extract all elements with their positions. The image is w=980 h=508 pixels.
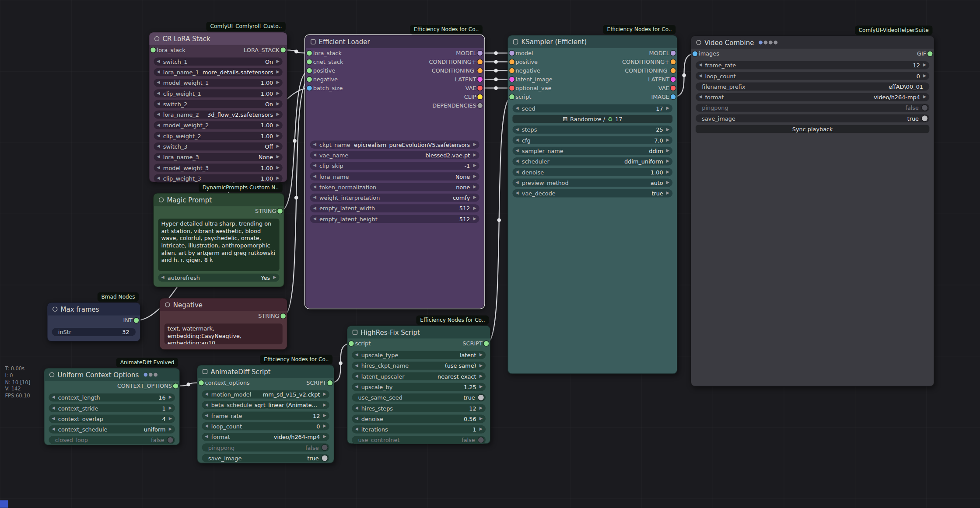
widget-save_image[interactable]: save_imagetrue — [202, 454, 329, 463]
node-ksampler-efficient[interactable]: Efficiency Nodes for Co..KSampler (Effic… — [508, 35, 678, 374]
stepper-next-icon[interactable] — [666, 181, 669, 184]
stepper-prev-icon[interactable] — [355, 427, 358, 431]
stepper-prev-icon[interactable] — [52, 427, 55, 431]
stepper-next-icon[interactable] — [169, 396, 172, 400]
stepper-next-icon[interactable] — [276, 91, 279, 95]
widget-vae_decode[interactable]: vae_decodetrue — [512, 189, 672, 198]
stepper-next-icon[interactable] — [666, 149, 669, 153]
stepper-prev-icon[interactable] — [313, 206, 316, 210]
node-max-frames[interactable]: Bmad NodesMax framesINTinStr32 — [47, 302, 140, 341]
stepper-prev-icon[interactable] — [157, 91, 160, 95]
stepper-prev-icon[interactable] — [205, 424, 208, 428]
stepper-next-icon[interactable] — [276, 166, 279, 170]
stepper-next-icon[interactable] — [473, 195, 476, 199]
stepper-next-icon[interactable] — [276, 123, 279, 127]
widget-empty_latent_width[interactable]: empty_latent_width512 — [310, 204, 480, 212]
stepper-next-icon[interactable] — [276, 155, 279, 159]
widget-lora_name_2[interactable]: lora_name_23d_flow_v2.safetensors — [154, 111, 282, 119]
toggle-knob[interactable] — [478, 437, 484, 443]
stepper-next-icon[interactable] — [323, 392, 326, 396]
output-slot-dot[interactable] — [280, 313, 285, 318]
node-header[interactable]: Efficient Loader — [306, 35, 484, 48]
widget-frame_rate[interactable]: frame_rate12 — [696, 61, 929, 70]
stepper-prev-icon[interactable] — [699, 74, 702, 78]
output-slot-dot[interactable] — [928, 51, 932, 56]
toggle-knob[interactable] — [322, 445, 328, 450]
output-slot-dot[interactable] — [671, 86, 676, 90]
toggle-knob[interactable] — [922, 105, 928, 111]
output-slot-dot[interactable] — [477, 51, 482, 56]
stepper-prev-icon[interactable] — [516, 149, 519, 153]
stepper-prev-icon[interactable] — [355, 385, 358, 389]
stepper-prev-icon[interactable] — [516, 106, 519, 110]
stepper-prev-icon[interactable] — [313, 217, 316, 221]
widget-format[interactable]: formatvideo/h264-mp4 — [202, 433, 329, 441]
widget-loop_count[interactable]: loop_count0 — [202, 422, 329, 431]
stepper-prev-icon[interactable] — [157, 123, 160, 127]
stepper-next-icon[interactable] — [169, 427, 172, 431]
widget-iterations[interactable]: iterations1 — [352, 425, 486, 434]
node-collapse-icon[interactable] — [165, 302, 170, 307]
stepper-next-icon[interactable] — [276, 112, 279, 116]
stepper-prev-icon[interactable] — [157, 134, 160, 138]
node-magic-prompt[interactable]: DynamicPrompts Custom N..Magic PromptSTR… — [153, 193, 284, 287]
widget-inStr[interactable]: inStr32 — [52, 328, 136, 336]
node-header[interactable]: Uniform Context Options — [44, 369, 179, 381]
node-header[interactable]: CR LoRA Stack — [149, 32, 287, 45]
widget-model_weight_1[interactable]: model_weight_11.00 — [154, 79, 282, 87]
widget-frame_rate[interactable]: frame_rate12 — [202, 411, 329, 420]
stepper-prev-icon[interactable] — [205, 392, 208, 396]
stepper-next-icon[interactable] — [480, 385, 483, 389]
widget-upscale_type[interactable]: upscale_typelatent — [352, 351, 486, 359]
stepper-next-icon[interactable] — [473, 185, 476, 189]
node-cr-lora-stack[interactable]: ComfyUI_Comfyroll_Custo..CR LoRA Stacklo… — [149, 32, 287, 182]
node-animatediff-script[interactable]: Efficiency Nodes for Co..AnimateDiff Scr… — [197, 365, 334, 463]
toggle-knob[interactable] — [168, 437, 173, 443]
node-collapse-icon[interactable] — [159, 197, 164, 202]
input-slot-dot[interactable] — [509, 51, 514, 56]
input-slot-dot[interactable] — [509, 68, 514, 73]
stepper-next-icon[interactable] — [473, 153, 476, 157]
node-highresfix-script[interactable]: Efficiency Nodes for Co..HighRes-Fix Scr… — [347, 325, 491, 444]
node-negative[interactable]: NegativeSTRINGtext, watermark, embedding… — [159, 298, 287, 350]
node-collapse-icon[interactable] — [154, 36, 159, 41]
widget-denoise[interactable]: denoise0.56 — [352, 415, 486, 423]
widget-context_schedule[interactable]: context_scheduleuniform — [49, 425, 175, 434]
stepper-prev-icon[interactable] — [516, 138, 519, 142]
stepper-prev-icon[interactable] — [516, 170, 519, 174]
widget-clip_weight_1[interactable]: clip_weight_11.00 — [154, 89, 282, 97]
input-slot-dot[interactable] — [307, 86, 312, 90]
widget-clip_skip[interactable]: clip_skip-1 — [310, 162, 480, 170]
stepper-next-icon[interactable] — [473, 143, 476, 146]
stepper-next-icon[interactable] — [666, 128, 669, 132]
stepper-next-icon[interactable] — [323, 414, 326, 418]
stepper-prev-icon[interactable] — [313, 185, 316, 189]
node-collapse-icon[interactable] — [49, 372, 54, 377]
widget-hires_steps[interactable]: hires_steps12 — [352, 404, 486, 412]
stepper-prev-icon[interactable] — [157, 166, 160, 170]
node-graph-canvas[interactable]: ComfyUI_Comfyroll_Custo..CR LoRA Stacklo… — [0, 0, 980, 508]
output-slot-dot[interactable] — [671, 59, 676, 64]
widget-hires_ckpt_name[interactable]: hires_ckpt_name(use same) — [352, 362, 486, 370]
stepper-prev-icon[interactable] — [157, 155, 160, 159]
widget-switch_2[interactable]: switch_2On — [154, 100, 282, 108]
widget-filename_prefix[interactable]: filename_prefixeffAD\00_01 — [696, 83, 929, 91]
output-slot-dot[interactable] — [671, 68, 676, 73]
node-box-icon[interactable] — [353, 330, 357, 334]
stepper-next-icon[interactable] — [480, 353, 483, 357]
stepper-next-icon[interactable] — [923, 95, 926, 99]
widget-preview_method[interactable]: preview_methodauto — [512, 179, 672, 187]
stepper-prev-icon[interactable] — [516, 191, 519, 195]
output-slot-dot[interactable] — [477, 77, 482, 82]
stepper-prev-icon[interactable] — [355, 364, 358, 368]
widget-denoise[interactable]: denoise1.00 — [512, 168, 672, 176]
stepper-prev-icon[interactable] — [157, 59, 160, 63]
input-slot-dot[interactable] — [509, 59, 514, 64]
stepper-next-icon[interactable] — [276, 102, 279, 106]
output-slot-dot[interactable] — [277, 209, 282, 213]
stepper-next-icon[interactable] — [480, 427, 483, 431]
widget-token_normalization[interactable]: token_normalizationnone — [310, 183, 480, 191]
prompt-textarea[interactable]: Hyper detailed ultra sharp, trending on … — [158, 219, 279, 271]
prompt-textarea[interactable]: text, watermark, embedding:EasyNeagtive,… — [164, 324, 283, 344]
input-slot-dot[interactable] — [509, 86, 514, 90]
